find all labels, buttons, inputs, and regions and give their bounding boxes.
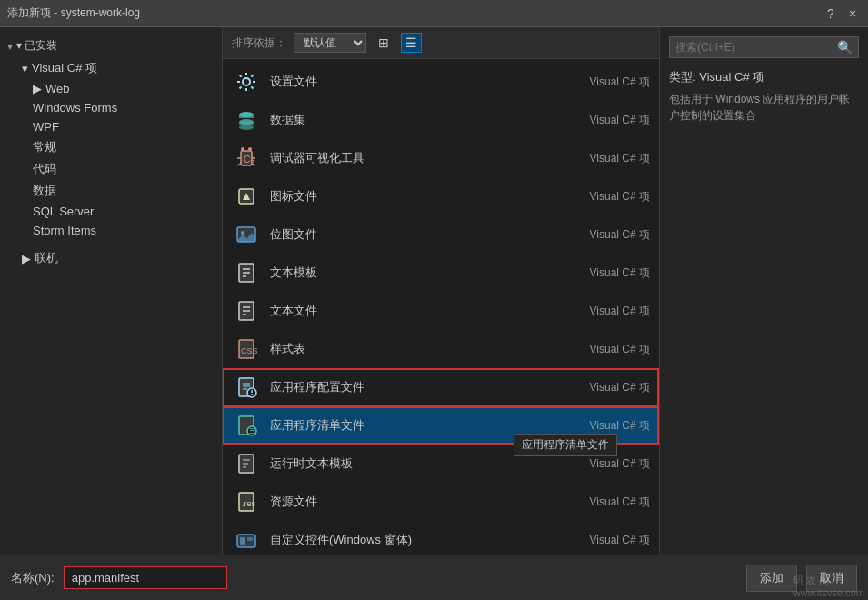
search-input[interactable] [675,41,833,54]
sidebar-item-windows-forms[interactable]: Windows Forms [0,98,222,117]
svg-point-7 [241,147,244,151]
cancel-button[interactable]: 取消 [806,565,857,592]
wpf-label: WPF [33,120,59,134]
list-item-stylesheet[interactable]: CSS样式表Visual C# 项 [223,330,659,368]
list-item-custom-control[interactable]: 自定义控件(Windows 窗体)Visual C# 项 [223,521,659,555]
svg-rect-45 [240,537,245,545]
right-panel: 🔍 类型: Visual C# 项 包括用于 Windows 应用程序的用户帐户… [659,27,868,555]
item-category-custom-control: Visual C# 项 [577,533,650,548]
item-name-debug-visual: 调试器可视化工具 [270,150,568,166]
help-button[interactable]: ? [823,5,839,22]
svg-text:.res: .res [242,499,256,508]
sort-select[interactable]: 默认值 [294,33,366,53]
web-arrow-icon: ▶ [33,82,42,95]
list-view-button[interactable]: ☰ [401,33,422,53]
svg-text:☰: ☰ [249,427,255,435]
txt-icon [232,258,261,287]
list-item-icon-file[interactable]: 图标文件Visual C# 项 [223,177,659,215]
list-item-runtime-text[interactable]: 运行时文本模板Visual C# 项 [223,445,659,483]
item-name-runtime-text: 运行时文本模板 [270,455,568,472]
svg-point-34 [251,394,253,395]
sort-label: 排序依据： [232,35,286,51]
sql-server-label: SQL Server [33,205,94,218]
svg-point-17 [241,231,244,235]
list-item-app-manifest[interactable]: ☰应用程序清单文件Visual C# 项 [223,406,659,445]
gear-icon [232,67,261,96]
name-label: 名称(N): [11,570,55,586]
windows-forms-label: Windows Forms [33,101,117,115]
db-icon [232,105,261,135]
img-icon [232,220,261,249]
list-item-text-file[interactable]: 文本文件Visual C# 项 [223,292,659,330]
sidebar-item-storm-items[interactable]: Storm Items [0,221,222,240]
items-list[interactable]: 设置文件Visual C# 项数据集Visual C# 项C#调试器可视化工具V… [223,59,659,555]
search-bar[interactable]: 🔍 [669,36,859,58]
name-input[interactable] [64,566,227,589]
manifest-icon: ☰ [232,411,261,440]
installed-section: ▾ ▾ 已安装 [0,35,222,57]
installed-label[interactable]: ▾ 已安装 [16,38,57,54]
toolbar: 排序依据： 默认值 ⊞ ☰ [223,27,659,59]
control-icon [232,525,261,555]
web-label: Web [45,82,70,95]
sidebar-item-visual-csharp[interactable]: ▾ Visual C# 项 [0,57,222,79]
item-name-dataset: 数据集 [270,112,568,128]
runtime-icon [232,449,261,478]
svg-point-5 [239,125,254,130]
item-name-bitmap: 位图文件 [270,226,568,243]
item-category-settings: Visual C# 项 [577,75,650,90]
item-category-resource-file: Visual C# 项 [577,495,650,510]
title-bar-controls: ? × [823,5,861,22]
list-item-text-template[interactable]: 文本模板Visual C# 项 [223,254,659,292]
svg-line-11 [237,164,241,165]
list-item-app-config[interactable]: 应用程序配置文件Visual C# 项 [223,368,659,406]
item-category-app-manifest: Visual C# 项 [577,418,650,434]
svg-rect-46 [247,537,253,541]
item-category-text-file: Visual C# 项 [577,304,650,319]
sidebar-item-lianji[interactable]: ▶ 联机 [0,247,222,269]
svg-text:C#: C# [244,155,255,165]
visual-csharp-label: Visual C# 项 [32,60,97,76]
list-item-debug-visual[interactable]: C#调试器可视化工具Visual C# 项 [223,139,659,177]
item-category-stylesheet: Visual C# 项 [577,342,650,357]
config-icon [232,373,261,402]
list-item-settings[interactable]: 设置文件Visual C# 项 [223,63,659,101]
window-title: 添加新项 - system-work-log [7,5,140,21]
close-button[interactable]: × [844,5,861,22]
sidebar-item-daima[interactable]: 代码 [0,158,222,180]
arrow-icon: ▾ [22,62,28,75]
add-button[interactable]: 添加 [746,565,797,592]
debug-icon: C# [232,144,261,173]
item-name-app-config: 应用程序配置文件 [270,379,568,395]
item-category-dataset: Visual C# 项 [577,113,650,128]
list-item-bitmap[interactable]: 位图文件Visual C# 项 [223,215,659,254]
item-name-custom-control: 自定义控件(Windows 窗体) [270,532,568,548]
grid-view-button[interactable]: ⊞ [374,33,394,53]
item-category-icon-file: Visual C# 项 [577,189,650,205]
item-name-icon-file: 图标文件 [270,188,568,205]
sidebar: ▾ ▾ 已安装 ▾ Visual C# 项 ▶ Web Windows Form… [0,27,223,555]
item-category-app-config: Visual C# 项 [577,380,650,395]
list-item-resource-file[interactable]: .res资源文件Visual C# 项 [223,483,659,521]
sidebar-item-web[interactable]: ▶ Web [0,79,222,98]
sidebar-item-sql-server[interactable]: SQL Server [0,202,222,221]
svg-rect-2 [239,115,254,118]
bottom-bar: 名称(N): 添加 取消 [0,555,868,600]
txt-icon [232,296,261,325]
sidebar-item-wpf[interactable]: WPF [0,117,222,136]
item-name-resource-file: 资源文件 [270,494,568,510]
resource-icon: .res [232,487,261,516]
item-category-bitmap: Visual C# 项 [577,227,650,243]
item-name-text-template: 文本模板 [270,265,568,281]
sidebar-item-shuju[interactable]: 数据 [0,180,222,202]
lianji-label: 联机 [35,250,58,266]
item-name-text-file: 文本文件 [270,303,568,319]
search-icon: 🔍 [837,40,853,55]
css-icon: CSS [232,335,261,364]
center-panel: 排序依据： 默认值 ⊞ ☰ 设置文件Visual C# 项数据集Visual C… [223,27,659,555]
title-bar: 添加新项 - system-work-log ? × [0,0,868,27]
type-label: 类型: Visual C# 项 [669,69,859,85]
item-category-runtime-text: Visual C# 项 [577,456,650,472]
list-item-dataset[interactable]: 数据集Visual C# 项 [223,101,659,139]
sidebar-item-changgui[interactable]: 常规 [0,136,222,158]
